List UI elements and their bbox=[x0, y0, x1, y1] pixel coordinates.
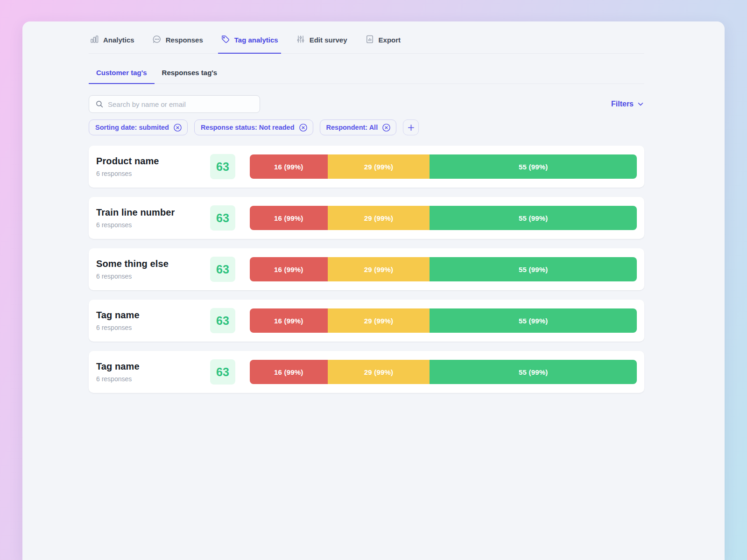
tag-card[interactable]: Product name 6 responses 63 16 (99%)29 (… bbox=[89, 146, 644, 188]
bar-segment-red: 16 (99%) bbox=[250, 360, 328, 384]
tag-total-badge: 63 bbox=[210, 154, 235, 179]
tag-distribution-bar: 16 (99%)29 (99%)55 (99%) bbox=[250, 154, 637, 179]
filter-chip[interactable]: Sorting date: submited bbox=[89, 119, 188, 135]
tag-responses-count: 6 responses bbox=[96, 375, 210, 383]
tag-card-info: Tag name 6 responses bbox=[96, 310, 210, 331]
subtab-responses-tags[interactable]: Responses tag's bbox=[155, 63, 225, 84]
tab-analytics[interactable]: Analytics bbox=[89, 34, 135, 53]
content-area: Analytics Responses bbox=[22, 21, 725, 393]
tag-responses-count: 6 responses bbox=[96, 324, 210, 331]
subtab-label: Customer tag's bbox=[96, 69, 147, 77]
tag-card[interactable]: Tag name 6 responses 63 16 (99%)29 (99%)… bbox=[89, 300, 644, 342]
toolbar: Filters bbox=[89, 95, 644, 113]
sub-nav: Customer tag's Responses tag's bbox=[89, 63, 644, 84]
search-input[interactable] bbox=[108, 100, 254, 108]
circle-x-icon[interactable] bbox=[173, 123, 182, 132]
filter-chips-row: Sorting date: submited Response status: … bbox=[89, 119, 644, 135]
tab-edit-survey[interactable]: Edit survey bbox=[295, 34, 348, 53]
tag-responses-count: 6 responses bbox=[96, 273, 210, 280]
tag-card[interactable]: Train line number 6 responses 63 16 (99%… bbox=[89, 197, 644, 239]
bar-chart-icon bbox=[90, 35, 99, 45]
bar-segment-red: 16 (99%) bbox=[250, 257, 328, 281]
tab-label: Export bbox=[379, 36, 401, 44]
bar-segment-red: 16 (99%) bbox=[250, 308, 328, 333]
bar-segment-yellow: 29 (99%) bbox=[328, 154, 430, 179]
tag-icon bbox=[221, 35, 230, 45]
tag-card-info: Some thing else 6 responses bbox=[96, 259, 210, 280]
search-box bbox=[89, 95, 260, 113]
add-filter-button[interactable] bbox=[403, 119, 419, 135]
tag-title: Tag name bbox=[96, 310, 210, 321]
bar-segment-green: 55 (99%) bbox=[430, 360, 637, 384]
filter-chip-label: Sorting date: submited bbox=[95, 124, 169, 131]
tag-distribution-bar: 16 (99%)29 (99%)55 (99%) bbox=[250, 206, 637, 230]
tag-card-list: Product name 6 responses 63 16 (99%)29 (… bbox=[89, 146, 644, 393]
tag-card-info: Product name 6 responses bbox=[96, 156, 210, 177]
bar-segment-green: 55 (99%) bbox=[430, 257, 637, 281]
sliders-icon bbox=[296, 35, 305, 45]
bar-segment-yellow: 29 (99%) bbox=[328, 257, 430, 281]
bar-segment-green: 55 (99%) bbox=[430, 206, 637, 230]
tag-total-badge: 63 bbox=[210, 257, 235, 282]
subtab-customer-tags[interactable]: Customer tag's bbox=[89, 63, 155, 84]
tab-label: Edit survey bbox=[310, 36, 347, 44]
tag-responses-count: 6 responses bbox=[96, 170, 210, 177]
tag-card[interactable]: Tag name 6 responses 63 16 (99%)29 (99%)… bbox=[89, 351, 644, 393]
tab-export[interactable]: Export bbox=[364, 34, 402, 53]
tag-total-badge: 63 bbox=[210, 205, 235, 231]
document-chart-icon bbox=[365, 35, 374, 45]
chevron-down-icon bbox=[637, 100, 644, 108]
bar-segment-yellow: 29 (99%) bbox=[328, 360, 430, 384]
bar-segment-green: 55 (99%) bbox=[430, 154, 637, 179]
chat-bubble-icon bbox=[152, 35, 162, 45]
tag-total-badge: 63 bbox=[210, 308, 235, 333]
tag-card-info: Tag name 6 responses bbox=[96, 361, 210, 383]
tag-card-info: Train line number 6 responses bbox=[96, 207, 210, 229]
bar-segment-yellow: 29 (99%) bbox=[328, 206, 430, 230]
filters-toggle[interactable]: Filters bbox=[611, 100, 644, 108]
tab-responses[interactable]: Responses bbox=[151, 34, 204, 53]
tab-label: Responses bbox=[166, 36, 203, 44]
main-panel: Analytics Responses bbox=[22, 21, 725, 560]
filter-chip[interactable]: Response status: Not readed bbox=[194, 119, 313, 135]
tag-distribution-bar: 16 (99%)29 (99%)55 (99%) bbox=[250, 360, 637, 384]
tag-distribution-bar: 16 (99%)29 (99%)55 (99%) bbox=[250, 257, 637, 281]
filter-chip-label: Respondent: All bbox=[326, 124, 378, 131]
bar-segment-red: 16 (99%) bbox=[250, 154, 328, 179]
tag-card[interactable]: Some thing else 6 responses 63 16 (99%)2… bbox=[89, 248, 644, 290]
tag-title: Train line number bbox=[96, 207, 210, 218]
bar-segment-green: 55 (99%) bbox=[430, 308, 637, 333]
filter-chip[interactable]: Respondent: All bbox=[320, 119, 397, 135]
bar-segment-red: 16 (99%) bbox=[250, 206, 328, 230]
circle-x-icon[interactable] bbox=[382, 123, 391, 132]
search-icon bbox=[95, 100, 104, 108]
filters-label: Filters bbox=[611, 100, 634, 108]
top-nav: Analytics Responses bbox=[89, 34, 644, 54]
tag-responses-count: 6 responses bbox=[96, 221, 210, 229]
circle-x-icon[interactable] bbox=[299, 123, 308, 132]
filter-chip-label: Response status: Not readed bbox=[201, 124, 295, 131]
tag-total-badge: 63 bbox=[210, 359, 235, 385]
tab-label: Tag analytics bbox=[234, 36, 278, 44]
plus-icon bbox=[407, 124, 415, 132]
tag-title: Some thing else bbox=[96, 259, 210, 269]
bar-segment-yellow: 29 (99%) bbox=[328, 308, 430, 333]
tag-distribution-bar: 16 (99%)29 (99%)55 (99%) bbox=[250, 308, 637, 333]
tab-tag-analytics[interactable]: Tag analytics bbox=[220, 34, 279, 53]
subtab-label: Responses tag's bbox=[162, 69, 218, 77]
tab-label: Analytics bbox=[103, 36, 134, 44]
tag-title: Tag name bbox=[96, 361, 210, 372]
tag-title: Product name bbox=[96, 156, 210, 167]
